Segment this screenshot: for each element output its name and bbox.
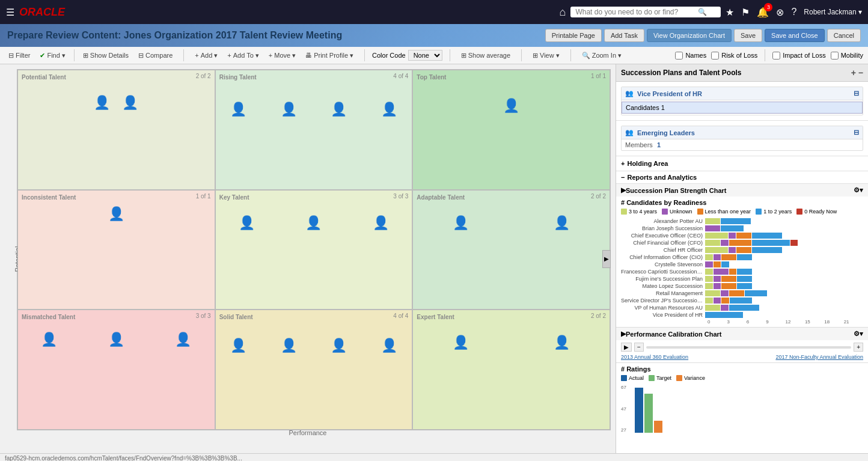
bar-segment — [714, 261, 721, 267]
person-icon[interactable]: 👤 — [108, 206, 124, 222]
matrix-expand-button[interactable]: ▶ — [602, 250, 611, 268]
vp-hr-menu-icon[interactable]: ⊟ — [854, 90, 859, 97]
ratings-legend-item: Variance — [676, 375, 705, 381]
color-code-select[interactable]: None — [408, 50, 442, 61]
reports-collapse-icon[interactable]: − — [621, 174, 625, 181]
save-close-button[interactable]: Save and Close — [765, 29, 825, 42]
rising-talent-count: 4 of 4 — [393, 73, 408, 79]
view-button[interactable]: ⊞ View ▾ — [529, 50, 563, 61]
emerging-leaders-header[interactable]: 👥 Emerging Leaders ⊟ — [622, 126, 863, 139]
top-talent-count: 1 of 1 — [591, 73, 606, 79]
person-icon[interactable]: 👤 — [281, 338, 297, 353]
find-button[interactable]: ✔ Find ▾ — [36, 50, 69, 61]
hamburger-icon[interactable]: ☰ — [6, 7, 14, 18]
user-menu[interactable]: Robert Jackman ▾ — [804, 8, 862, 16]
person-icon[interactable]: 👤 — [503, 98, 519, 114]
perf-cal-play-btn[interactable]: ▶ — [621, 343, 632, 352]
perf-cal-slider[interactable] — [646, 346, 851, 349]
search-input[interactable] — [575, 8, 695, 16]
filter-button[interactable]: ⊟ Filter — [5, 50, 34, 61]
person-icon[interactable]: 👤 — [305, 215, 322, 231]
mobility-checkbox[interactable] — [831, 52, 839, 60]
succession-plan-chart-expand[interactable]: ▶ — [621, 186, 626, 194]
print-profile-button[interactable]: 🖶 Print Profile ▾ — [302, 50, 357, 61]
person-icon[interactable]: 👤 — [331, 338, 347, 353]
show-average-button[interactable]: ⊞ Show average — [457, 50, 514, 61]
flag-icon[interactable]: ⚑ — [741, 7, 750, 18]
add-to-button[interactable]: + Add To ▾ — [224, 50, 263, 61]
person-icon[interactable]: 👤 — [108, 332, 124, 347]
risk-of-loss-checkbox[interactable] — [711, 52, 719, 60]
person-icon[interactable]: 👤 — [453, 215, 469, 231]
person-icon[interactable]: 👤 — [453, 335, 469, 350]
perf-cal-link-2[interactable]: 2017 Non-Faculty Annual Evaluation — [775, 354, 863, 360]
star-icon[interactable]: ★ — [726, 7, 734, 18]
person-icon[interactable]: 👤 — [230, 102, 246, 117]
perf-cal-minus-btn[interactable]: − — [634, 343, 644, 352]
perf-cal-link-1[interactable]: 2013 Annual 360 Evaluation — [621, 354, 688, 360]
person-icon[interactable]: 👤 — [239, 215, 255, 231]
cell-adaptable-talent: Adaptable Talent 2 of 2 👤 👤 — [412, 190, 610, 310]
person-icon[interactable]: 👤 — [122, 95, 138, 111]
impact-of-loss-checkbox[interactable] — [772, 52, 780, 60]
person-icon[interactable]: 👤 — [373, 215, 389, 231]
person-icon[interactable]: 👤 — [41, 332, 57, 347]
succession-plan-chart-title: Succession Plan Strength Chart — [626, 187, 726, 194]
print-dropdown-icon[interactable]: ▾ — [350, 52, 353, 60]
svg-rect-0 — [635, 388, 643, 433]
panel-collapse-icon[interactable]: − — [858, 68, 863, 78]
zoom-dropdown-icon[interactable]: ▾ — [618, 52, 622, 60]
perf-cal-plus-btn[interactable]: + — [854, 343, 863, 352]
perf-cal-settings-icon[interactable]: ⚙▾ — [854, 330, 863, 338]
vp-hr-header[interactable]: 👥 Vice President of HR ⊟ — [622, 87, 863, 100]
person-icon[interactable]: 👤 — [230, 338, 246, 353]
emerging-menu-icon[interactable]: ⊟ — [854, 129, 859, 136]
show-average-icon: ⊞ — [461, 52, 466, 60]
bar-segment — [745, 290, 768, 296]
search-icon[interactable]: 🔍 — [698, 8, 707, 16]
holding-expand-icon[interactable]: + — [621, 160, 625, 167]
bar-segment — [736, 233, 751, 239]
add-button[interactable]: + Add ▾ — [191, 50, 221, 61]
question-icon[interactable]: ? — [791, 7, 796, 17]
person-icon[interactable]: 👤 — [175, 332, 191, 347]
perf-cal-expand[interactable]: ▶ — [621, 330, 626, 338]
add-task-button[interactable]: Add Task — [604, 29, 644, 42]
person-icon[interactable]: 👤 — [381, 338, 397, 353]
bar-segment — [721, 305, 729, 311]
person-icon[interactable]: 👤 — [331, 102, 347, 117]
add-to-dropdown-icon[interactable]: ▾ — [255, 52, 259, 60]
compare-button[interactable]: ⊟ Compare — [135, 50, 176, 61]
bell-icon[interactable]: 🔔 3 — [757, 7, 769, 18]
person-icon[interactable]: 👤 — [554, 215, 570, 231]
reports-analytics-header[interactable]: − Reports and Analytics — [616, 171, 868, 184]
move-dropdown-icon[interactable]: ▾ — [292, 52, 296, 60]
home-icon[interactable]: ⌂ — [560, 6, 566, 19]
add-dropdown-icon[interactable]: ▾ — [214, 52, 218, 60]
move-button[interactable]: + Move ▾ — [265, 50, 299, 61]
matrix-area: Potential Potential Talent 2 of 2 👤 👤 Ri… — [0, 64, 616, 453]
succession-chart-settings-icon[interactable]: ⚙▾ — [854, 186, 863, 194]
cell-solid-talent: Solid Talent 4 of 4 👤 👤 👤 👤 — [215, 310, 413, 430]
reports-analytics-label: Reports and Analytics — [627, 174, 697, 181]
person-icon[interactable]: 👤 — [554, 335, 570, 350]
printable-page-button[interactable]: Printable Page — [545, 29, 602, 42]
show-details-button[interactable]: ⊞ Show Details — [79, 50, 132, 61]
names-checkbox[interactable] — [675, 52, 683, 60]
find-dropdown-icon[interactable]: ▾ — [62, 52, 66, 60]
view-dropdown-icon[interactable]: ▾ — [556, 52, 560, 60]
inconsistent-talent-label: Inconsistent Talent — [22, 194, 76, 201]
person-icon[interactable]: 👤 — [94, 95, 110, 111]
person-icon[interactable]: 👤 — [381, 102, 397, 117]
zoom-in-button[interactable]: 🔍 Zoom In ▾ — [578, 50, 625, 61]
help-circle-icon[interactable]: ⊗ — [776, 7, 784, 18]
person-icon[interactable]: 👤 — [281, 102, 297, 117]
bar-segment — [729, 290, 744, 296]
panel-add-icon[interactable]: + — [851, 68, 856, 78]
save-button[interactable]: Save — [734, 29, 762, 42]
top-navigation: ☰ ORACLE ⌂ 🔍 ★ ⚑ 🔔 3 ⊗ ? Robert Jackman … — [0, 0, 868, 24]
holding-area-header[interactable]: + Holding Area — [621, 159, 863, 168]
search-bar[interactable]: 🔍 — [570, 7, 721, 17]
view-org-chart-button[interactable]: View Organization Chart — [647, 29, 732, 42]
cancel-button[interactable]: Cancel — [827, 29, 861, 42]
